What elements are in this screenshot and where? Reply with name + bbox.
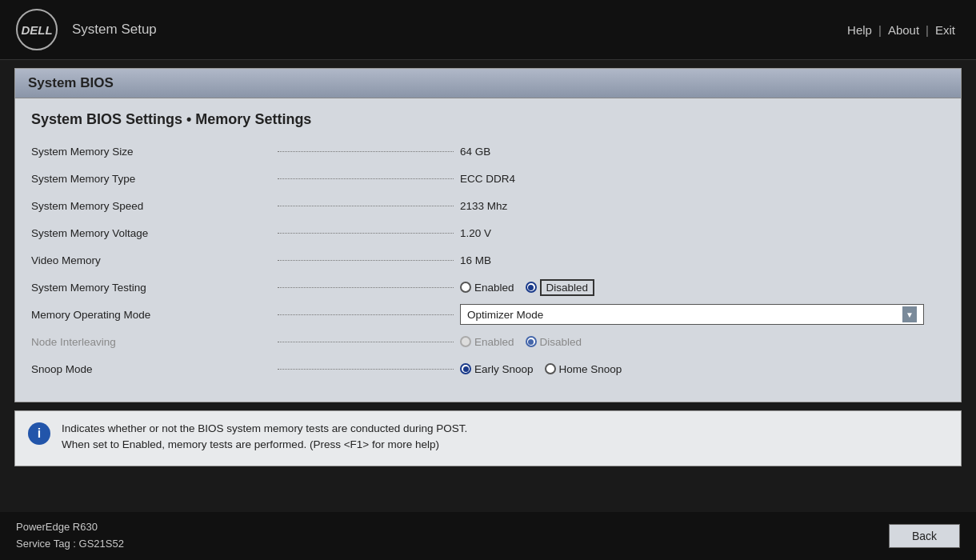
row-memory-testing: System Memory Testing Enabled Disabled [31,277,945,298]
row-memory-size: System Memory Size 64 GB [31,141,945,162]
dots-memory-mode [278,314,454,315]
value-memory-size: 64 GB [460,146,490,158]
info-panel: i Indicates whether or not the BIOS syst… [14,410,962,466]
node-enabled-circle [460,336,471,347]
select-dropdown-arrow: ▼ [902,306,917,322]
radio-enabled-circle [460,282,471,293]
info-icon: i [28,422,50,445]
footer-service-tag: Service Tag : GS21S52 [16,536,124,553]
snoop-early-label: Early Snoop [474,363,534,375]
service-tag-label: Service Tag : [16,538,79,550]
nav-sep-2: | [924,23,930,37]
snoop-home-circle [545,363,556,374]
label-memory-testing: System Memory Testing [31,282,271,294]
footer-model: PowerEdge R630 [16,519,124,536]
info-text: Indicates whether or not the BIOS system… [62,421,467,454]
header: DELL System Setup Help | About | Exit [0,0,976,60]
row-snoop-mode: Snoop Mode Early Snoop Home Snoop [31,358,945,379]
memory-mode-value: Optimizer Mode [467,309,899,321]
label-memory-voltage: System Memory Voltage [31,227,271,239]
memory-testing-enabled[interactable]: Enabled [460,282,514,294]
radio-disabled-circle [526,282,537,293]
info-line-2: When set to Enabled, memory tests are pe… [62,437,467,453]
dots-memory-testing [278,287,454,288]
dots-video-memory [278,260,454,261]
footer: PowerEdge R630 Service Tag : GS21S52 Bac… [0,512,976,560]
node-disabled-label: Disabled [540,336,582,348]
about-link[interactable]: About [883,22,924,38]
settings-content: System BIOS Settings • Memory Settings S… [15,98,961,402]
value-memory-voltage: 1.20 V [460,227,491,239]
node-interleaving-enabled: Enabled [460,336,514,348]
radio-disabled-label: Disabled [540,279,595,296]
radio-enabled-label: Enabled [474,282,514,294]
dell-logo: DELL [16,9,58,50]
row-memory-type: System Memory Type ECC DDR4 [31,168,945,189]
exit-link[interactable]: Exit [930,22,960,38]
row-node-interleaving: Node Interleaving Enabled Disabled [31,331,945,352]
label-memory-type: System Memory Type [31,173,271,185]
value-video-memory: 16 MB [460,254,491,266]
header-nav: Help | About | Exit [842,22,960,38]
node-enabled-label: Enabled [474,336,514,348]
bios-titlebar: System BIOS [15,69,961,98]
snoop-early[interactable]: Early Snoop [460,363,534,375]
row-memory-mode: Memory Operating Mode Optimizer Mode ▼ [31,304,945,325]
label-video-memory: Video Memory [31,254,271,266]
snoop-home-label: Home Snoop [559,363,622,375]
header-title: System Setup [72,22,842,38]
dots-memory-voltage [278,233,454,234]
row-memory-speed: System Memory Speed 2133 Mhz [31,195,945,216]
label-snoop-mode: Snoop Mode [31,363,271,375]
bios-title: System BIOS [28,75,114,90]
label-memory-speed: System Memory Speed [31,200,271,212]
dots-node-interleaving [278,342,454,342]
node-disabled-circle [526,336,537,347]
back-button[interactable]: Back [889,524,960,548]
value-memory-type: ECC DDR4 [460,173,515,185]
dots-memory-size [278,151,454,152]
value-memory-speed: 2133 Mhz [460,200,507,212]
main-panel: System BIOS System BIOS Settings • Memor… [14,68,962,402]
footer-info: PowerEdge R630 Service Tag : GS21S52 [16,519,124,553]
snoop-early-circle [460,363,471,374]
dots-memory-speed [278,206,454,206]
memory-testing-disabled[interactable]: Disabled [526,279,595,296]
dots-memory-type [278,178,454,179]
snoop-home[interactable]: Home Snoop [545,363,622,375]
label-node-interleaving: Node Interleaving [31,336,271,348]
help-link[interactable]: Help [842,22,877,38]
settings-heading: System BIOS Settings • Memory Settings [31,111,945,128]
node-interleaving-options: Enabled Disabled [460,336,582,348]
dell-logo-text: DELL [21,23,52,37]
label-memory-size: System Memory Size [31,146,271,158]
info-line-1: Indicates whether or not the BIOS system… [62,421,467,437]
memory-testing-options: Enabled Disabled [460,279,594,296]
row-video-memory: Video Memory 16 MB [31,250,945,270]
memory-mode-select[interactable]: Optimizer Mode ▼ [460,304,924,325]
service-tag-value: GS21S52 [79,538,124,550]
snoop-mode-options: Early Snoop Home Snoop [460,363,622,375]
row-memory-voltage: System Memory Voltage 1.20 V [31,222,945,243]
node-interleaving-disabled: Disabled [526,336,582,348]
dots-snoop-mode [278,369,454,370]
label-memory-mode: Memory Operating Mode [31,309,271,321]
nav-sep-1: | [877,23,883,37]
